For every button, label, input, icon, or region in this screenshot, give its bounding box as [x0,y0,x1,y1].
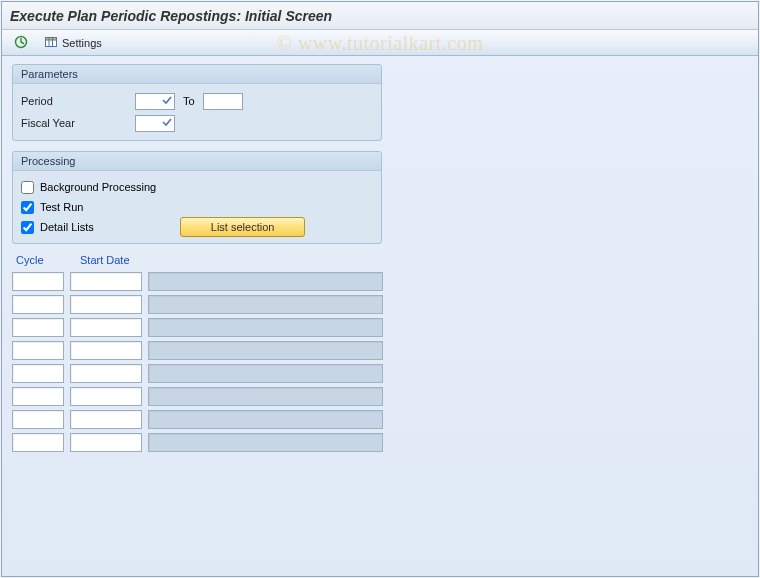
cycle-input[interactable] [12,433,64,452]
execute-button[interactable] [8,33,34,53]
description-readonly [148,318,383,337]
cycle-input[interactable] [12,295,64,314]
settings-table-icon [44,35,58,51]
start-date-input[interactable] [70,387,142,406]
cycle-header: Cycle [16,254,68,266]
background-processing-checkbox[interactable] [21,181,34,194]
period-from-input[interactable] [135,93,175,110]
cycle-input[interactable] [12,341,64,360]
startdate-header: Start Date [80,254,150,266]
start-date-input[interactable] [70,341,142,360]
test-run-checkbox[interactable] [21,201,34,214]
table-row [12,431,748,454]
description-readonly [148,433,383,452]
table-header: Cycle Start Date [12,254,748,270]
start-date-input[interactable] [70,272,142,291]
content-area: Parameters Period To Fiscal Year [2,56,758,462]
settings-button[interactable]: Settings [38,33,108,53]
app-window: Execute Plan Periodic Repostings: Initia… [1,1,759,577]
cycle-input[interactable] [12,410,64,429]
start-date-input[interactable] [70,318,142,337]
fiscal-year-input[interactable] [135,115,175,132]
start-date-input[interactable] [70,364,142,383]
start-date-input[interactable] [70,410,142,429]
processing-title: Processing [13,152,381,171]
start-date-input[interactable] [70,295,142,314]
description-readonly [148,341,383,360]
table-row [12,316,748,339]
cycle-input[interactable] [12,318,64,337]
parameters-group: Parameters Period To Fiscal Year [12,64,382,141]
detail-lists-label: Detail Lists [40,221,94,233]
title-bar: Execute Plan Periodic Repostings: Initia… [2,2,758,30]
fiscal-year-label: Fiscal Year [21,117,131,129]
table-row [12,385,748,408]
description-readonly [148,410,383,429]
clock-execute-icon [14,35,28,51]
list-selection-button[interactable]: List selection [180,217,306,237]
detail-lists-checkbox[interactable] [21,221,34,234]
period-to-input[interactable] [203,93,243,110]
period-label: Period [21,95,131,107]
description-readonly [148,387,383,406]
toolbar: Settings [2,30,758,56]
description-readonly [148,272,383,291]
background-processing-label: Background Processing [40,181,156,193]
test-run-label: Test Run [40,201,83,213]
cycle-input[interactable] [12,272,64,291]
processing-group: Processing Background Processing Test Ru… [12,151,382,244]
svg-rect-2 [46,37,57,40]
start-date-input[interactable] [70,433,142,452]
table-row [12,408,748,431]
table-row [12,362,748,385]
table-row [12,270,748,293]
table-row [12,293,748,316]
to-label: To [183,95,195,107]
description-readonly [148,364,383,383]
description-readonly [148,295,383,314]
cycle-table: Cycle Start Date [12,254,748,454]
cycle-input[interactable] [12,387,64,406]
table-row [12,339,748,362]
parameters-title: Parameters [13,65,381,84]
settings-label: Settings [62,37,102,49]
page-title: Execute Plan Periodic Repostings: Initia… [10,8,332,24]
cycle-input[interactable] [12,364,64,383]
